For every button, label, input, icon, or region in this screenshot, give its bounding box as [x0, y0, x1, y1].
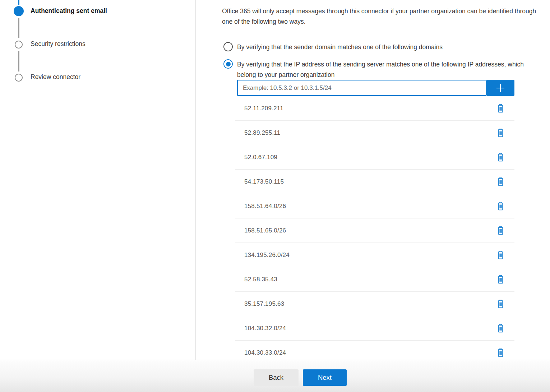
delete-ip-button[interactable]	[495, 128, 506, 138]
back-button[interactable]: Back	[254, 369, 299, 386]
delete-ip-button[interactable]	[495, 250, 506, 260]
trash-icon	[496, 250, 505, 260]
footer-bar: Back Next	[0, 360, 550, 392]
option-ip-address[interactable]: By verifying that the IP address of the …	[223, 59, 532, 80]
option-sender-domain[interactable]: By verifying that the sender domain matc…	[223, 42, 532, 52]
ip-list-row: 134.195.26.0/24	[235, 243, 514, 267]
ip-address-value: 52.58.35.43	[244, 276, 277, 283]
step-marker-current-icon	[14, 6, 24, 16]
delete-ip-button[interactable]	[495, 176, 506, 187]
trash-icon	[496, 177, 505, 186]
step-marker-upcoming-icon	[15, 74, 23, 82]
ip-address-value: 52.0.67.109	[244, 154, 277, 161]
trash-icon	[496, 104, 505, 113]
sidebar-item-authenticating-sent-email: Authenticating sent email	[31, 7, 107, 15]
trash-icon	[496, 202, 505, 211]
ip-address-input[interactable]	[237, 80, 486, 96]
ip-address-value: 158.51.65.0/26	[244, 227, 286, 234]
ip-list: 52.11.209.211 52.89.255.11	[235, 96, 514, 360]
delete-ip-button[interactable]	[495, 103, 506, 114]
ip-list-row: 52.89.255.11	[235, 121, 514, 145]
step-rail-segment	[18, 51, 19, 72]
radio-unselected-icon[interactable]	[223, 42, 233, 51]
ip-list-row: 35.157.195.63	[235, 292, 514, 316]
radio-selected-icon[interactable]	[223, 59, 233, 69]
delete-ip-button[interactable]	[495, 299, 506, 309]
trash-icon	[496, 324, 505, 333]
option-ip-address-label: By verifying that the IP address of the …	[237, 59, 532, 80]
ip-list-row: 104.30.33.0/24	[235, 341, 514, 360]
trash-icon	[496, 299, 505, 309]
trash-icon	[496, 226, 505, 235]
step-marker-upcoming-icon	[15, 41, 23, 49]
trash-icon	[496, 128, 505, 138]
ip-list-row: 52.0.67.109	[235, 145, 514, 170]
ip-address-value: 35.157.195.63	[244, 300, 284, 308]
trash-icon	[496, 275, 505, 284]
intro-text: Office 365 will only accept messages thr…	[222, 6, 547, 27]
ip-list-row: 104.30.32.0/24	[235, 316, 514, 341]
plus-icon	[494, 82, 507, 94]
ip-address-value: 104.30.32.0/24	[244, 325, 286, 332]
step-rail-segment	[18, 18, 19, 38]
delete-ip-button[interactable]	[495, 152, 506, 163]
option-sender-domain-label: By verifying that the sender domain matc…	[237, 42, 532, 52]
ip-address-value: 54.173.50.115	[244, 178, 284, 185]
step-rail-segment-completed	[18, 0, 19, 5]
ip-address-value: 52.11.209.211	[244, 105, 283, 112]
connector-wizard-screen: Authenticating sent email Security restr…	[0, 0, 550, 392]
ip-list-row: 158.51.65.0/26	[235, 218, 514, 243]
delete-ip-button[interactable]	[495, 225, 506, 236]
wizard-steps-sidebar: Authenticating sent email Security restr…	[0, 0, 196, 360]
ip-list-row: 158.51.64.0/26	[235, 194, 514, 218]
delete-ip-button[interactable]	[495, 274, 506, 285]
trash-icon	[496, 348, 505, 358]
trash-icon	[496, 153, 505, 162]
ip-address-value: 52.89.255.11	[244, 129, 280, 137]
delete-ip-button[interactable]	[495, 347, 506, 358]
ip-address-value: 134.195.26.0/24	[244, 252, 290, 259]
sidebar-item-review-connector: Review connector	[31, 73, 80, 81]
ip-list-row: 52.11.209.211	[235, 96, 514, 121]
sidebar-item-security-restrictions: Security restrictions	[31, 40, 85, 48]
ip-address-value: 104.30.33.0/24	[244, 349, 286, 356]
next-button[interactable]: Next	[303, 369, 347, 386]
delete-ip-button[interactable]	[495, 201, 506, 212]
ip-list-row: 54.173.50.115	[235, 170, 514, 194]
ip-list-row: 52.58.35.43	[235, 267, 514, 292]
ip-address-value: 158.51.64.0/26	[244, 203, 286, 210]
delete-ip-button[interactable]	[495, 323, 506, 334]
add-ip-button[interactable]	[486, 80, 514, 96]
